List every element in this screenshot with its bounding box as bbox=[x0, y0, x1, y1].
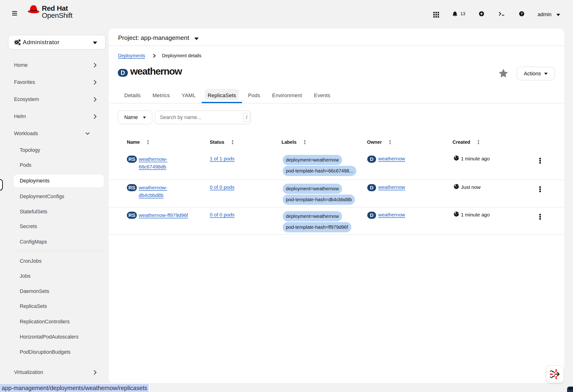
svg-text:?: ? bbox=[520, 12, 523, 16]
